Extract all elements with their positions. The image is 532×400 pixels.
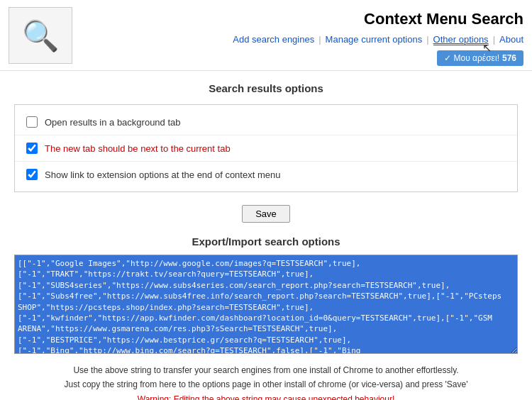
nav-sep-2: |	[426, 34, 428, 45]
option-label-2[interactable]: The new tab should be next to the curren…	[26, 143, 506, 154]
globe-magnifier-icon: 🔍	[22, 18, 59, 53]
like-button[interactable]: ✓ Μου αρέσει! 576	[437, 50, 523, 66]
info-line-1: Use the above string to transfer your se…	[14, 363, 518, 377]
main-content: Search results options Open results in a…	[0, 71, 532, 400]
nav-about[interactable]: About	[499, 34, 523, 45]
option-row-2: The new tab should be next to the curren…	[15, 138, 517, 158]
option-text-2: The new tab should be next to the curren…	[45, 143, 231, 154]
search-results-section-title: Search results options	[14, 82, 518, 94]
header-right: Context Menu Search Add search engines |…	[72, 7, 523, 66]
option-text-1: Open results in a background tab	[45, 117, 181, 128]
nav-add-engines[interactable]: Add search engines	[233, 34, 314, 45]
option-checkbox-3[interactable]	[26, 169, 38, 180]
header: 🔍 Context Menu Search Add search engines…	[0, 0, 532, 71]
export-textarea[interactable]	[14, 255, 518, 354]
option-text-3: Show link to extension options at the en…	[45, 170, 280, 180]
export-section-title: Export/Import search options	[14, 235, 518, 248]
mouse-cursor-icon: ↖	[482, 41, 492, 55]
save-btn-wrap-1: Save	[14, 205, 518, 223]
check-icon: ✓	[444, 53, 451, 63]
option-row-1: Open results in a background tab	[15, 112, 517, 132]
option-label-3[interactable]: Show link to extension options at the en…	[26, 169, 506, 180]
nav-sep-1: |	[318, 34, 321, 45]
export-textarea-wrap	[14, 255, 518, 356]
divider-2	[15, 161, 517, 162]
divider-1	[15, 135, 517, 135]
option-checkbox-2[interactable]	[26, 143, 38, 154]
nav-links: Add search engines | Manage current opti…	[233, 34, 523, 45]
nav-other[interactable]: Other options	[433, 34, 489, 45]
info-line-3: Warning: Editing the above string may ca…	[14, 392, 518, 400]
option-row-3: Show link to extension options at the en…	[15, 165, 517, 184]
nav-other-wrap: Other options ↖	[433, 34, 489, 45]
option-label-1[interactable]: Open results in a background tab	[26, 116, 506, 128]
app-title: Context Menu Search	[364, 10, 523, 28]
option-checkbox-1[interactable]	[26, 116, 38, 128]
nav-manage[interactable]: Manage current options	[326, 34, 423, 45]
save-button-1[interactable]: Save	[242, 205, 290, 223]
nav-sep-3: |	[493, 34, 495, 45]
options-box: Open results in a background tab The new…	[14, 104, 518, 192]
logo-box: 🔍	[9, 7, 72, 64]
info-line-2: Just copy the string from here to the op…	[14, 377, 518, 391]
export-info: Use the above string to transfer your se…	[14, 363, 518, 400]
